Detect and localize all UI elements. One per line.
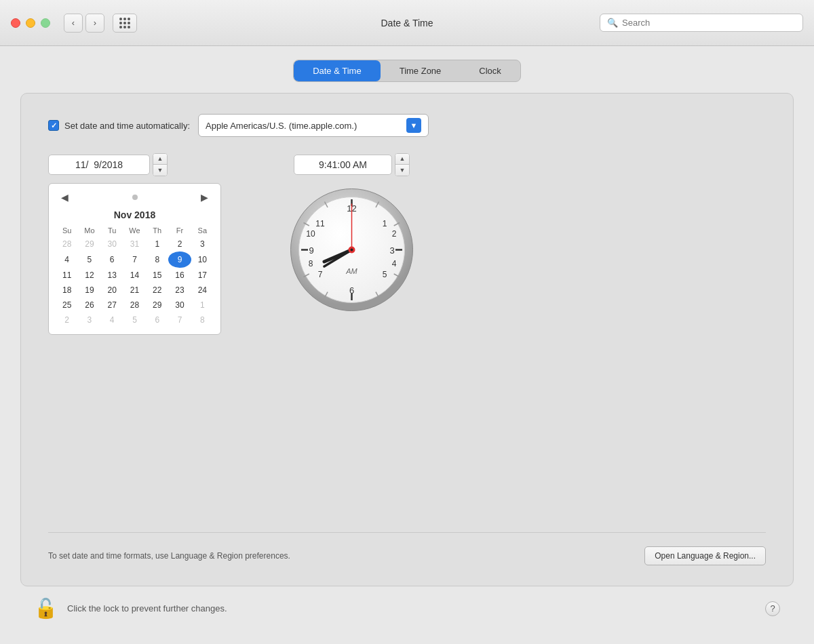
search-input[interactable] bbox=[622, 18, 796, 28]
auto-set-label: Set date and time automatically: bbox=[64, 121, 190, 131]
svg-text:4: 4 bbox=[392, 259, 397, 268]
calendar-day[interactable]: 7 bbox=[123, 251, 146, 268]
calendar-day[interactable]: 29 bbox=[146, 298, 168, 313]
time-input[interactable] bbox=[294, 155, 392, 175]
help-icon: ? bbox=[770, 603, 775, 613]
calendar-day[interactable]: 18 bbox=[56, 283, 78, 298]
calendar-day[interactable]: 8 bbox=[191, 313, 214, 327]
checkmark-icon: ✓ bbox=[51, 121, 57, 130]
calendar-day[interactable]: 28 bbox=[56, 237, 78, 251]
date-input-row: ▲ ▼ bbox=[48, 153, 168, 176]
chevron-down-icon: ▼ bbox=[410, 121, 418, 129]
calendar-day[interactable]: 17 bbox=[191, 268, 214, 283]
date-stepper-up[interactable]: ▲ bbox=[153, 154, 167, 165]
calendar-day[interactable]: 5 bbox=[78, 251, 100, 268]
calendar-day[interactable]: 8 bbox=[146, 251, 168, 268]
calendar-day[interactable]: 6 bbox=[146, 313, 168, 327]
calendar-day[interactable]: 29 bbox=[78, 237, 100, 251]
close-button[interactable] bbox=[11, 18, 20, 28]
tab-date-time[interactable]: Date & Time bbox=[294, 60, 381, 81]
calendar-day[interactable]: 16 bbox=[168, 268, 191, 283]
calendar-day[interactable]: 7 bbox=[168, 313, 191, 327]
calendar-day[interactable]: 25 bbox=[56, 298, 78, 313]
calendar-day[interactable]: 10 bbox=[191, 251, 214, 268]
time-stepper-down[interactable]: ▼ bbox=[395, 165, 409, 176]
minimize-button[interactable] bbox=[26, 18, 35, 28]
dropdown-arrow-button[interactable]: ▼ bbox=[406, 118, 421, 133]
calendar-day[interactable]: 22 bbox=[146, 283, 168, 298]
title-bar: ‹ › Date & Time 🔍 bbox=[0, 0, 814, 46]
calendar-day[interactable]: 1 bbox=[146, 237, 168, 251]
calendar-day[interactable]: 3 bbox=[78, 313, 100, 327]
svg-point-31 bbox=[351, 249, 353, 251]
server-dropdown[interactable]: Apple Americas/U.S. (time.apple.com.) ▼ bbox=[198, 114, 429, 137]
calendar-day[interactable]: 4 bbox=[56, 251, 78, 268]
calendar: ◀ ▶ Nov 2018 Su Mo Tu We bbox=[48, 183, 221, 335]
clock-container: 12 3 6 9 1 2 4 5 7 8 10 11 AM bbox=[289, 187, 414, 313]
calendar-day[interactable]: 4 bbox=[101, 313, 123, 327]
clock-face: 12 3 6 9 1 2 4 5 7 8 10 11 AM bbox=[289, 187, 414, 313]
svg-text:7: 7 bbox=[318, 270, 323, 279]
cal-header-fr: Fr bbox=[168, 224, 191, 237]
calendar-day[interactable]: 28 bbox=[123, 298, 146, 313]
calendar-day[interactable]: 21 bbox=[123, 283, 146, 298]
calendar-month-year: Nov 2018 bbox=[114, 209, 155, 220]
date-input[interactable] bbox=[48, 155, 150, 175]
calendar-day[interactable]: 30 bbox=[168, 298, 191, 313]
calendar-day[interactable]: 15 bbox=[146, 268, 168, 283]
cal-header-tu: Tu bbox=[101, 224, 123, 237]
calendar-day[interactable]: 11 bbox=[56, 268, 78, 283]
date-time-row: ▲ ▼ ◀ ▶ Nov 2018 bbox=[48, 153, 766, 335]
calendar-day[interactable]: 23 bbox=[168, 283, 191, 298]
main-content: Date & Time Time Zone Clock ✓ Set date a… bbox=[0, 46, 814, 644]
calendar-day[interactable]: 3 bbox=[191, 237, 214, 251]
forward-icon: › bbox=[94, 18, 96, 28]
date-section: ▲ ▼ ◀ ▶ Nov 2018 bbox=[48, 153, 221, 335]
calendar-day[interactable]: 1 bbox=[191, 298, 214, 313]
time-stepper-up[interactable]: ▲ bbox=[395, 154, 409, 165]
calendar-day[interactable]: 26 bbox=[78, 298, 100, 313]
svg-text:AM: AM bbox=[345, 267, 357, 275]
calendar-day[interactable]: 27 bbox=[101, 298, 123, 313]
open-language-region-button[interactable]: Open Language & Region... bbox=[644, 546, 766, 565]
svg-text:5: 5 bbox=[383, 270, 387, 279]
search-bar[interactable]: 🔍 bbox=[600, 14, 803, 32]
grid-button[interactable] bbox=[113, 14, 137, 33]
svg-text:10: 10 bbox=[306, 229, 315, 239]
bottom-area: To set date and time formats, use Langua… bbox=[48, 532, 766, 565]
date-stepper-down[interactable]: ▼ bbox=[153, 165, 167, 176]
calendar-day[interactable]: 24 bbox=[191, 283, 214, 298]
forward-button[interactable]: › bbox=[85, 14, 104, 33]
auto-set-checkbox-container: ✓ Set date and time automatically: bbox=[48, 120, 190, 131]
tab-bar: Date & Time Time Zone Clock bbox=[20, 60, 794, 82]
calendar-day[interactable]: 19 bbox=[78, 283, 100, 298]
date-stepper[interactable]: ▲ ▼ bbox=[153, 153, 168, 176]
calendar-day[interactable]: 31 bbox=[123, 237, 146, 251]
calendar-header: ◀ ▶ bbox=[56, 190, 214, 204]
calendar-day[interactable]: 14 bbox=[123, 268, 146, 283]
calendar-day[interactable]: 30 bbox=[101, 237, 123, 251]
tab-clock[interactable]: Clock bbox=[460, 60, 520, 81]
calendar-day[interactable]: 6 bbox=[101, 251, 123, 268]
time-stepper[interactable]: ▲ ▼ bbox=[395, 153, 410, 176]
calendar-next-button[interactable]: ▶ bbox=[198, 190, 211, 204]
time-input-row: ▲ ▼ bbox=[294, 153, 410, 176]
grid-icon bbox=[119, 18, 130, 28]
auto-set-checkbox[interactable]: ✓ bbox=[48, 120, 59, 131]
calendar-day[interactable]: 2 bbox=[56, 313, 78, 327]
lock-icon[interactable]: 🔓 bbox=[34, 597, 58, 620]
calendar-day[interactable]: 20 bbox=[101, 283, 123, 298]
calendar-day[interactable]: 13 bbox=[101, 268, 123, 283]
calendar-day[interactable]: 2 bbox=[168, 237, 191, 251]
back-button[interactable]: ‹ bbox=[64, 14, 83, 33]
tab-time-zone[interactable]: Time Zone bbox=[381, 60, 461, 81]
tab-group: Date & Time Time Zone Clock bbox=[293, 60, 521, 82]
calendar-day[interactable]: 5 bbox=[123, 313, 146, 327]
cal-header-we: We bbox=[123, 224, 146, 237]
calendar-day[interactable]: 12 bbox=[78, 268, 100, 283]
calendar-day[interactable]: 9 bbox=[168, 251, 191, 268]
calendar-prev-button[interactable]: ◀ bbox=[58, 190, 71, 204]
help-button[interactable]: ? bbox=[765, 601, 780, 616]
time-section: ▲ ▼ bbox=[289, 153, 414, 313]
maximize-button[interactable] bbox=[41, 18, 50, 28]
